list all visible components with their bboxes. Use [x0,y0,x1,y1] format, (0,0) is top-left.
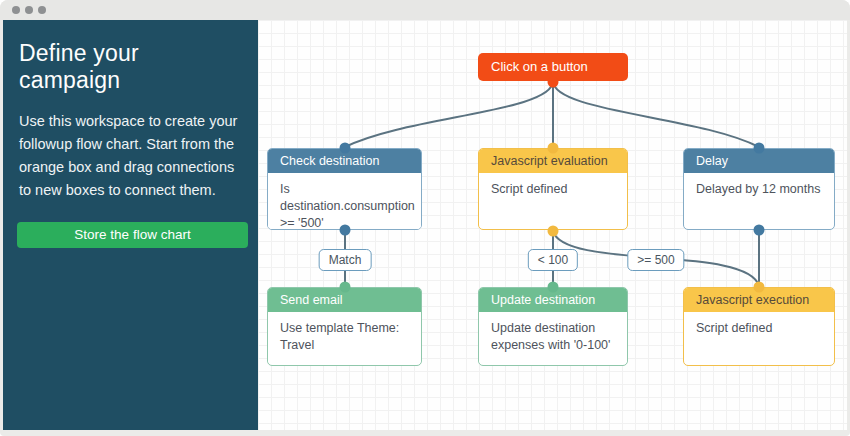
endpoint-javascript-execution-in[interactable] [754,282,765,293]
window-control-dot[interactable] [25,6,33,14]
sidebar-description: Use this workspace to create your follow… [19,110,242,202]
app-window: Define your campaign Use this workspace … [0,0,850,436]
endpoint-delay-in[interactable] [754,143,765,154]
endpoint-check-destination-out[interactable] [340,225,351,236]
sidebar-panel: Define your campaign Use this workspace … [3,20,258,430]
node-update-destination[interactable]: Update destination Update destination ex… [478,287,628,366]
node-body: Use template Theme: Travel [268,312,421,362]
endpoint-javascript-evaluation-in[interactable] [548,143,559,154]
store-flow-chart-button[interactable]: Store the flow chart [17,222,248,248]
node-body: Script defined [684,312,834,345]
node-javascript-evaluation[interactable]: Javascript evaluation Script defined [478,148,628,230]
flowchart-canvas[interactable]: Click on a button Check destination Is d… [258,20,847,430]
node-body: Delayed by 12 months [684,173,834,206]
node-body: Script defined [479,173,627,206]
connection-start-to-delay [553,81,759,147]
window-control-dot[interactable] [12,6,20,14]
node-body: Update destination expenses with '0-100' [479,312,627,362]
node-title: Click on a button [491,59,588,74]
endpoint-delay-out[interactable] [754,225,765,236]
connection-label-gte-500: >= 500 [627,249,684,271]
node-check-destination[interactable]: Check destination Is destination.consump… [267,148,422,230]
node-javascript-execution[interactable]: Javascript execution Script defined [683,287,835,366]
window-content: Define your campaign Use this workspace … [0,20,850,430]
node-delay[interactable]: Delay Delayed by 12 months [683,148,835,230]
connection-start-to-check-destination [345,81,553,147]
node-send-email[interactable]: Send email Use template Theme: Travel [267,287,422,366]
endpoint-send-email-in[interactable] [340,282,351,293]
page-title: Define your campaign [19,40,244,94]
endpoint-update-destination-in[interactable] [548,282,559,293]
endpoint-javascript-evaluation-out[interactable] [548,226,559,237]
window-control-dot[interactable] [38,6,46,14]
window-titlebar [0,0,850,20]
node-body: Is destination.consumption >= '500' [268,173,421,230]
endpoint-start-out[interactable] [548,77,559,88]
endpoint-check-destination-in[interactable] [340,143,351,154]
connection-label-lt-100: < 100 [528,249,578,271]
connection-label-match: Match [319,249,372,271]
